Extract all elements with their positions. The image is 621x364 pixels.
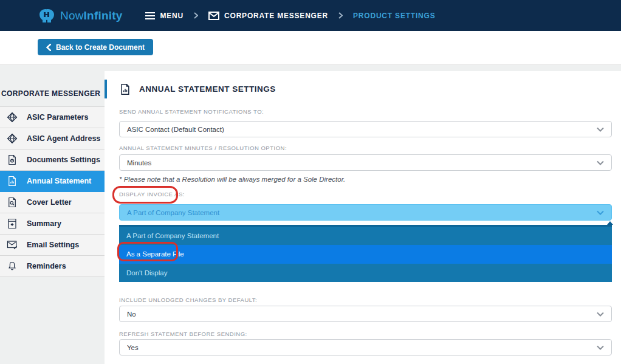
display-invoice-select[interactable]: A Part of Company Statement <box>119 204 612 221</box>
nowinfinity-logo-icon <box>38 7 56 24</box>
chevron-down-icon <box>597 312 604 317</box>
sidebar-item-asic-parameters[interactable]: ASIC Parameters <box>0 107 105 128</box>
breadcrumb-page-label: PRODUCT SETTINGS <box>353 12 435 20</box>
notifications-label: SEND ANNUAL STATEMENT NOTIFICATIONS TO: <box>119 108 264 115</box>
brand-text: NowInfinity <box>60 9 122 22</box>
chevron-right-icon <box>338 12 343 19</box>
document-chart-icon <box>119 83 131 96</box>
chevron-down-icon <box>597 160 604 165</box>
breadcrumb-corporate-messenger[interactable]: CORPORATE MESSENGER <box>208 12 328 20</box>
document-chart-icon <box>7 176 18 187</box>
page-title: ANNUAL STATEMENT SETTINGS <box>139 84 276 94</box>
breadcrumb-app-label: CORPORATE MESSENGER <box>224 12 328 20</box>
menu-button[interactable]: MENU <box>145 12 184 20</box>
asic-diamond-icon <box>7 133 18 144</box>
sidebar-item-reminders[interactable]: Reminders <box>0 256 105 277</box>
chevron-down-icon <box>597 127 604 132</box>
sidebar-item-annual-statement[interactable]: Annual Statement <box>0 171 105 192</box>
sole-director-note: * Please note that a Resolution will be … <box>119 176 345 183</box>
chevron-left-icon <box>46 44 51 51</box>
refresh-statement-select[interactable]: Yes <box>119 339 612 355</box>
menu-label: MENU <box>160 12 184 20</box>
document-gear-icon <box>7 154 18 165</box>
hamburger-icon <box>145 12 155 19</box>
bell-icon <box>7 261 18 272</box>
top-navbar: NowInfinity MENU CORPORATE MESSENGER PRO… <box>0 0 621 31</box>
nowinfinity-logo[interactable]: NowInfinity <box>38 7 122 24</box>
sidebar-item-cover-letter[interactable]: Cover Letter <box>0 192 105 213</box>
dropdown-option-part-of-company-statement[interactable]: A Part of Company Statement <box>119 227 612 245</box>
minutes-resolution-select[interactable]: Minutes <box>119 154 612 171</box>
sidebar-item-email-settings[interactable]: Email Settings <box>0 235 105 256</box>
chevron-down-icon <box>597 345 604 350</box>
breadcrumb-product-settings[interactable]: PRODUCT SETTINGS <box>353 12 435 20</box>
chevron-right-icon <box>194 12 198 19</box>
dropdown-option-as-a-separate-file[interactable]: As a Separate File <box>119 245 612 263</box>
envelope-edit-icon <box>7 239 18 250</box>
chevron-down-icon <box>597 210 604 215</box>
action-bar: Back to Create Document <box>0 31 621 65</box>
unlodged-changes-select[interactable]: No <box>119 306 612 322</box>
notifications-select[interactable]: ASIC Contact (Default Contact) <box>119 121 612 137</box>
document-plus-icon <box>7 218 18 229</box>
display-invoice-label: DISPLAY INVOICE AS: <box>119 191 185 197</box>
unlodged-changes-label: INCLUDE UNLODGED CHANGES BY DEFAULT: <box>119 297 257 303</box>
document-search-icon <box>7 197 18 208</box>
back-button-label: Back to Create Document <box>56 43 145 52</box>
dropdown-option-dont-display[interactable]: Don't Display <box>119 264 612 282</box>
annual-statement-settings-panel: ANNUAL STATEMENT SETTINGS SEND ANNUAL ST… <box>105 71 621 364</box>
envelope-icon <box>208 12 219 20</box>
refresh-statement-label: REFRESH STATEMENT BEFORE SENDING: <box>119 331 247 337</box>
title-accent-bar <box>105 80 107 98</box>
sidebar-item-asic-agent-address[interactable]: ASIC Agent Address <box>0 128 105 149</box>
asic-diamond-icon <box>7 112 18 123</box>
display-invoice-dropdown: A Part of Company Statement As a Separat… <box>119 225 612 282</box>
sidebar-item-summary[interactable]: Summary <box>0 213 105 235</box>
settings-sidebar: CORPORATE MESSENGER ASIC Parameters ASIC… <box>0 65 105 364</box>
sidebar-header: CORPORATE MESSENGER <box>1 89 100 98</box>
minutes-resolution-label: ANNUAL STATEMENT MINUTES / RESOLUTION OP… <box>119 145 287 151</box>
back-to-create-document-button[interactable]: Back to Create Document <box>38 39 153 55</box>
sidebar-item-documents-settings[interactable]: Documents Settings <box>0 149 105 171</box>
